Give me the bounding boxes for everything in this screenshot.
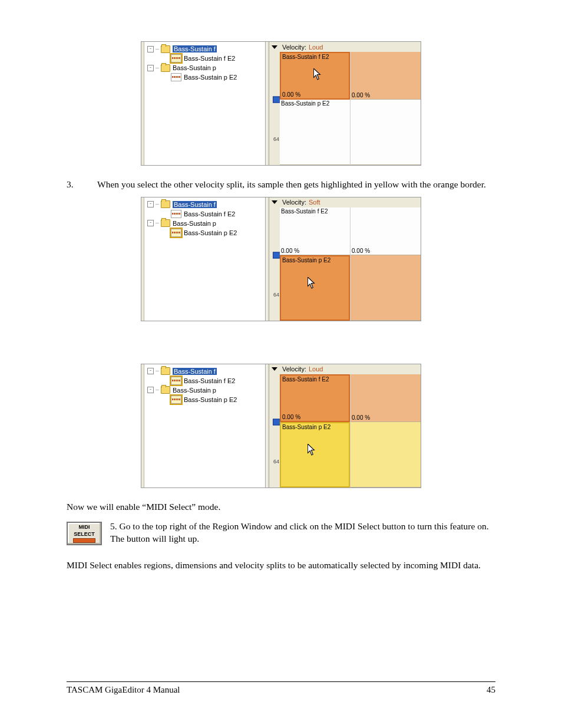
tree-leaf-p[interactable]: Bass-Sustain p E2 (184, 396, 237, 403)
wave-icon (171, 396, 181, 404)
cell-p-loud[interactable]: Bass-Sustain p E2 (280, 100, 350, 165)
folder-icon (161, 386, 170, 394)
cell-p-col2[interactable] (351, 422, 421, 487)
footer-page-number: 45 (487, 685, 495, 695)
folder-icon (161, 64, 170, 72)
expand-icon[interactable]: - (147, 387, 154, 393)
cursor-icon (308, 444, 316, 456)
cell-p-soft-selected[interactable]: Bass-Sustain p E2 (280, 255, 350, 321)
dropdown-icon[interactable] (272, 367, 277, 371)
cell-f-selected[interactable]: Bass-Sustain f E2 0.00 % (280, 374, 350, 422)
cell-f-col2[interactable]: 0.00 % (351, 207, 421, 255)
tree-leaf-p[interactable]: Bass-Sustain p E2 (184, 74, 237, 81)
expand-icon[interactable]: - (147, 201, 154, 207)
cell-f-soft[interactable]: Bass-Sustain f E2 0.00 % (280, 207, 350, 255)
dropdown-icon[interactable] (272, 200, 277, 204)
velocity-value: Soft (309, 199, 320, 206)
expand-icon[interactable]: - (147, 46, 154, 52)
tree-view[interactable]: - Bass-Sustain f Bass-Sustain f E2 - Bas… (144, 364, 266, 487)
folder-icon (161, 200, 170, 208)
tick-64: 64 (273, 136, 279, 142)
velocity-label: Velocity: (282, 44, 306, 51)
tree-folder-f[interactable]: Bass-Sustain f (173, 45, 217, 52)
velocity-panel: Velocity: Soft 96 64 Bass-Sustain f E2 0… (269, 197, 421, 321)
cell-f-col2[interactable]: 0.00 % (351, 374, 421, 422)
footer-divider (67, 681, 495, 682)
wave-icon (171, 54, 181, 62)
tree-leaf-f[interactable]: Bass-Sustain f E2 (184, 210, 235, 218)
tree-leaf-f[interactable]: Bass-Sustain f E2 (184, 377, 235, 384)
cursor-icon (313, 68, 322, 80)
dropdown-icon[interactable] (272, 45, 277, 49)
footer-title: TASCAM GigaEditor 4 Manual (67, 685, 180, 695)
cursor-icon (308, 277, 316, 289)
velocity-value: Loud (309, 365, 323, 373)
midi-button-line1: MIDI (79, 524, 90, 530)
tree-leaf-p[interactable]: Bass-Sustain p E2 (184, 229, 237, 236)
velocity-header[interactable]: Velocity: Loud (269, 42, 421, 52)
wave-icon (171, 210, 181, 218)
tree-view[interactable]: - Bass-Sustain f Bass-Sustain f E2 - Bas… (144, 197, 266, 321)
cell-f-loud-selected[interactable]: Bass-Sustain f E2 0.00 % (280, 52, 350, 100)
velocity-value: Loud (309, 44, 323, 51)
tree-leaf-f[interactable]: Bass-Sustain f E2 (184, 55, 235, 62)
cell-p-highlighted[interactable]: Bass-Sustain p E2 (280, 422, 350, 487)
cell-f-col2[interactable]: 0.00 % (351, 52, 421, 100)
step-3-number: 3. (67, 179, 87, 191)
velocity-panel: Velocity: Loud 96 64 Bass-Sustain f E2 0… (269, 364, 421, 487)
tree-folder-f[interactable]: Bass-Sustain f (173, 368, 217, 375)
midi-button-line2: SELECT (74, 531, 95, 537)
screenshot-1: - Bass-Sustain f Bass-Sustain f E2 - Bas… (141, 41, 421, 166)
step-3-text: When you select the other velocity split… (97, 179, 495, 191)
cell-p-col2[interactable] (351, 255, 421, 321)
velocity-panel: Velocity: Loud 96 64 Bass-Sustain f E2 0… (269, 42, 421, 165)
tree-folder-p[interactable]: Bass-Sustain p (173, 64, 216, 71)
cell-p-col2[interactable] (351, 100, 421, 165)
wave-icon (171, 377, 181, 385)
tree-folder-f[interactable]: Bass-Sustain f (173, 201, 217, 208)
tree-folder-p[interactable]: Bass-Sustain p (173, 387, 216, 394)
tree-folder-p[interactable]: Bass-Sustain p (173, 220, 216, 227)
wave-icon (171, 229, 181, 237)
velocity-header[interactable]: Velocity: Soft (269, 197, 421, 208)
wave-icon (171, 73, 181, 81)
tree-view[interactable]: - Bass-Sustain f Bass-Sustain f E2 - Bas… (144, 42, 266, 165)
expand-icon[interactable]: - (147, 368, 154, 374)
folder-icon (161, 367, 170, 375)
step-5-text: 5. Go to the top right of the Region Win… (67, 521, 495, 545)
midi-indicator-light (73, 538, 95, 543)
expand-icon[interactable]: - (147, 220, 154, 226)
velocity-gutter: 96 64 (269, 52, 280, 165)
folder-icon (161, 45, 170, 53)
velocity-header[interactable]: Velocity: Loud (269, 364, 421, 375)
folder-icon (161, 219, 170, 227)
midi-select-button[interactable]: MIDI SELECT (67, 522, 102, 545)
screenshot-2: - Bass-Sustain f Bass-Sustain f E2 - Bas… (141, 197, 421, 321)
para-midi-desc: MIDI Select enables regions, dimensions … (67, 559, 495, 572)
expand-icon[interactable]: - (147, 65, 154, 71)
para-midi-intro: Now we will enable “MIDI Select” mode. (67, 501, 495, 513)
screenshot-3: - Bass-Sustain f Bass-Sustain f E2 - Bas… (141, 364, 421, 488)
